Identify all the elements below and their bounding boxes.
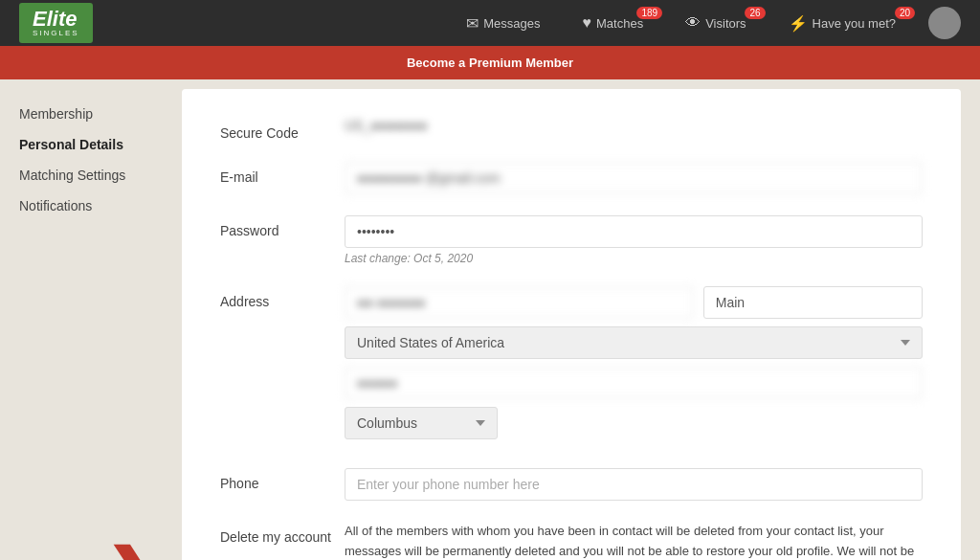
phone-label: Phone xyxy=(220,468,345,491)
country-select[interactable]: United States of America xyxy=(345,326,923,359)
phone-row: Phone xyxy=(220,468,923,501)
phone-field xyxy=(345,468,923,501)
password-field: Last change: Oct 5, 2020 xyxy=(345,215,923,265)
have-you-met-badge: 20 xyxy=(895,7,915,19)
password-row: Password Last change: Oct 5, 2020 xyxy=(220,215,923,265)
sidebar-item-notifications[interactable]: Notifications xyxy=(19,190,153,221)
nav-visitors[interactable]: 26 👁 Visitors xyxy=(676,14,755,32)
visitors-badge: 26 xyxy=(745,7,765,19)
delete-account-field: All of the members with whom you have be… xyxy=(345,522,923,560)
delete-account-row: Delete my account All of the members wit… xyxy=(220,522,923,560)
secure-code-value: US_●●●●●●● xyxy=(345,110,427,133)
secure-code-field: US_●●●●●●● xyxy=(345,118,923,133)
messages-icon: ✉ xyxy=(466,14,479,33)
visitors-icon: 👁 xyxy=(685,14,701,32)
street-input[interactable] xyxy=(345,286,694,319)
password-label: Password xyxy=(220,215,345,238)
main-content: Secure Code US_●●●●●●● E-mail Password L… xyxy=(182,89,961,560)
apt-input[interactable] xyxy=(703,286,923,319)
nav-matches[interactable]: 189 ♥ Matches xyxy=(573,14,654,32)
street-apt-row xyxy=(345,286,923,319)
matches-icon: ♥ xyxy=(583,14,592,32)
city-select-wrap: Columbus xyxy=(345,407,498,439)
phone-input[interactable] xyxy=(345,468,923,501)
city-select[interactable]: Columbus xyxy=(345,407,498,439)
email-row: E-mail xyxy=(220,162,923,194)
sidebar-item-personal-details[interactable]: Personal Details xyxy=(19,129,153,160)
email-field xyxy=(345,162,923,194)
premium-prefix: Become a xyxy=(407,56,469,70)
avatar[interactable] xyxy=(928,7,961,39)
delete-account-text: All of the members with whom you have be… xyxy=(345,522,923,560)
premium-cta: Premium Member xyxy=(469,56,573,70)
matches-badge: 189 xyxy=(636,7,662,19)
zip-row xyxy=(345,367,923,399)
logo-sub: SINGLES xyxy=(33,30,79,37)
password-input[interactable] xyxy=(345,215,923,248)
address-fields: United States of America Columbus xyxy=(345,286,923,447)
delete-account-label: Delete my account xyxy=(220,522,345,545)
have-you-met-icon: ⚡ xyxy=(789,14,808,33)
secure-code-label: Secure Code xyxy=(220,118,345,141)
header: Elite SINGLES ✉ Messages 189 ♥ Matches 2… xyxy=(0,0,980,46)
sidebar-item-matching-settings[interactable]: Matching Settings xyxy=(19,160,153,190)
email-input[interactable] xyxy=(345,162,923,194)
nav-visitors-label: Visitors xyxy=(705,16,746,31)
address-label: Address xyxy=(220,286,345,309)
logo-text: Elite xyxy=(33,7,77,31)
nav-messages-label: Messages xyxy=(483,16,540,31)
country-select-wrap: United States of America xyxy=(345,326,923,359)
zip-input[interactable] xyxy=(345,367,923,399)
sidebar-item-membership[interactable]: Membership xyxy=(19,99,153,129)
nav-have-you-met-label: Have you met? xyxy=(813,16,896,31)
nav-have-you-met[interactable]: 20 ⚡ Have you met? xyxy=(779,14,905,33)
main-nav: ✉ Messages 189 ♥ Matches 26 👁 Visitors 2… xyxy=(457,7,961,39)
page-layout: Membership Personal Details Matching Set… xyxy=(0,79,980,560)
premium-banner[interactable]: Become a Premium Member xyxy=(0,46,980,79)
password-hint: Last change: Oct 5, 2020 xyxy=(345,252,923,265)
nav-matches-label: Matches xyxy=(596,16,643,31)
sidebar: Membership Personal Details Matching Set… xyxy=(0,79,153,560)
secure-code-row: Secure Code US_●●●●●●● xyxy=(220,118,923,141)
address-row: Address United States of America xyxy=(220,286,923,447)
nav-messages[interactable]: ✉ Messages xyxy=(457,14,549,33)
email-label: E-mail xyxy=(220,162,345,185)
arrow-decoration: ❯ xyxy=(105,542,157,560)
logo[interactable]: Elite SINGLES xyxy=(19,3,93,43)
